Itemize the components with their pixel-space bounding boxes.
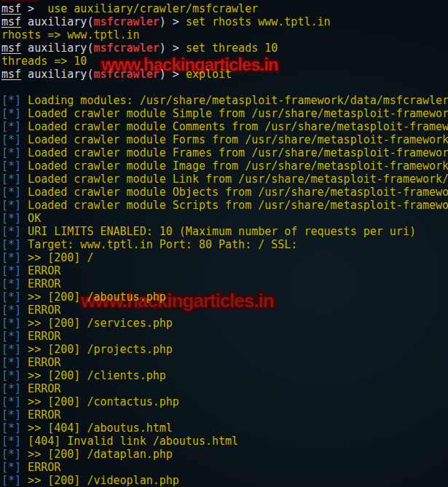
- terminal-line: [*] Loaded crawler module Objects from /…: [1, 186, 448, 199]
- terminal-line: [*] ERROR: [1, 461, 448, 474]
- terminal-line: [*] Loaded crawler module Simple from /u…: [1, 107, 448, 120]
- terminal-line: msf auxiliary(msfcrawler) > set rhosts w…: [1, 15, 448, 28]
- terminal-line: [*] Loaded crawler module Image from /us…: [1, 159, 448, 173]
- terminal-line: [*] >> [404] /aboutus.html: [1, 421, 448, 435]
- terminal-line: [*] >> [200] /contactus.php: [1, 395, 448, 408]
- terminal-line: [*] ERROR: [1, 330, 448, 343]
- terminal-line: [*] Loaded crawler module Forms from /us…: [1, 133, 448, 146]
- terminal-line: [*] OK: [1, 212, 448, 225]
- terminal-line: [*] >> [200] /: [1, 251, 448, 264]
- terminal-line: msf auxiliary(msfcrawler) > exploit: [1, 68, 448, 81]
- terminal-screen[interactable]: msf > use auxiliary/crawler/msfcrawlerms…: [0, 0, 448, 487]
- terminal-line: [*] Loaded crawler module Scripts from /…: [1, 199, 448, 212]
- terminal-line: [*] URI LIMITS ENABLED: 10 (Maximum numb…: [1, 225, 448, 238]
- terminal-line: [*] ERROR: [1, 277, 448, 290]
- terminal-line: [*] ERROR: [1, 264, 448, 277]
- terminal-line: [*] >> [200] /dataplan.php: [1, 448, 448, 461]
- terminal-line: [*] >> [200] /clients.php: [1, 369, 448, 382]
- terminal-line: [*] ERROR: [1, 356, 448, 369]
- terminal-line: rhosts => www.tptl.in: [1, 28, 448, 41]
- terminal-line: [*] Target: www.tptl.in Port: 80 Path: /…: [1, 238, 448, 251]
- terminal-line: [*] [404] Invalid link /aboutus.html: [1, 435, 448, 448]
- terminal-line: [*] ERROR: [1, 304, 448, 317]
- terminal-line: msf > use auxiliary/crawler/msfcrawler: [1, 2, 448, 15]
- terminal-line: [*] Loaded crawler module Link from /usr…: [1, 173, 448, 186]
- terminal-line: [*] Loading modules: /usr/share/metasplo…: [1, 94, 448, 107]
- terminal-output: msf > use auxiliary/crawler/msfcrawlerms…: [0, 0, 448, 487]
- terminal-line: [1, 81, 448, 94]
- terminal-line: [*] ERROR: [1, 408, 448, 421]
- terminal-line: [*] Loaded crawler module Comments from …: [1, 120, 448, 133]
- terminal-line: [*] Loaded crawler module Frames from /u…: [1, 146, 448, 159]
- terminal-line: [*] >> [200] /services.php: [1, 317, 448, 330]
- terminal-line: [*] ERROR: [1, 382, 448, 395]
- terminal-line: [*] >> [200] /aboutus.php: [1, 290, 448, 304]
- terminal-line: [*] >> [200] /videoplan.php: [1, 474, 448, 487]
- terminal-line: [*] >> [200] /projects.php: [1, 343, 448, 356]
- terminal-line: msf auxiliary(msfcrawler) > set threads …: [1, 41, 448, 55]
- terminal-line: threads => 10: [1, 55, 448, 68]
